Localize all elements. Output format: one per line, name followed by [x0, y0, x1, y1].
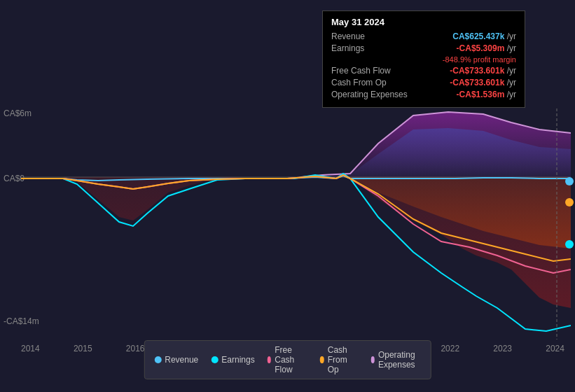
- earnings-sub: -848.9% profit margin: [331, 55, 516, 64]
- fcf-value: -CA$733.601k /yr: [450, 66, 516, 76]
- legend-item-revenue[interactable]: Revenue: [154, 355, 198, 365]
- tooltip-row-cashop: Cash From Op -CA$733.601k /yr: [331, 78, 516, 88]
- tooltip-row-opex: Operating Expenses -CA$1.536m /yr: [331, 90, 516, 99]
- legend-item-fcf[interactable]: Free Cash Flow: [268, 345, 308, 374]
- right-indicator-earnings: [565, 240, 574, 248]
- revenue-label: Revenue: [331, 31, 365, 41]
- x-label-2022: 2022: [441, 344, 459, 354]
- legend-dot-fcf: [268, 356, 272, 363]
- legend-dot-cashop: [320, 356, 324, 363]
- chart-container: May 31 2024 Revenue CA$625.437k /yr Earn…: [0, 0, 575, 392]
- legend-label-cashop: Cash From Op: [328, 345, 359, 374]
- x-label-2024: 2024: [546, 344, 564, 354]
- earnings-value: -CA$5.309m /yr: [457, 43, 516, 53]
- tooltip-date: May 31 2024: [331, 17, 516, 27]
- legend-item-opex[interactable]: Operating Expenses: [370, 350, 420, 370]
- x-label-2016: 2016: [126, 344, 145, 354]
- tooltip-row-earnings: Earnings -CA$5.309m /yr: [331, 43, 516, 53]
- x-label-2015: 2015: [74, 344, 92, 354]
- legend-dot-earnings: [211, 356, 218, 363]
- legend-dot-opex: [370, 356, 375, 363]
- right-indicator-cashop: [565, 198, 574, 206]
- chart-legend: Revenue Earnings Free Cash Flow Cash Fro…: [144, 340, 431, 379]
- opex-value: -CA$1.536m /yr: [457, 90, 516, 99]
- legend-label-opex: Operating Expenses: [378, 350, 421, 370]
- legend-dot-revenue: [154, 356, 161, 363]
- legend-label-fcf: Free Cash Flow: [275, 345, 307, 374]
- revenue-value: CA$625.437k /yr: [452, 31, 516, 41]
- x-label-2023: 2023: [493, 344, 512, 354]
- cashop-value: -CA$733.601k /yr: [450, 78, 516, 88]
- legend-label-revenue: Revenue: [165, 355, 198, 365]
- legend-item-earnings[interactable]: Earnings: [211, 355, 254, 365]
- opex-label: Operating Expenses: [331, 90, 408, 99]
- tooltip-row-fcf: Free Cash Flow -CA$733.601k /yr: [331, 66, 516, 76]
- earnings-label: Earnings: [331, 43, 364, 53]
- legend-label-earnings: Earnings: [221, 355, 254, 365]
- legend-item-cashop[interactable]: Cash From Op: [320, 345, 358, 374]
- right-indicator-revenue: [565, 177, 574, 186]
- tooltip-row-revenue: Revenue CA$625.437k /yr: [331, 31, 516, 41]
- fcf-label: Free Cash Flow: [331, 66, 391, 76]
- x-label-2014: 2014: [21, 344, 40, 354]
- cashop-label: Cash From Op: [331, 78, 387, 88]
- tooltip-box: May 31 2024 Revenue CA$625.437k /yr Earn…: [322, 10, 525, 108]
- chart-svg: [21, 108, 571, 340]
